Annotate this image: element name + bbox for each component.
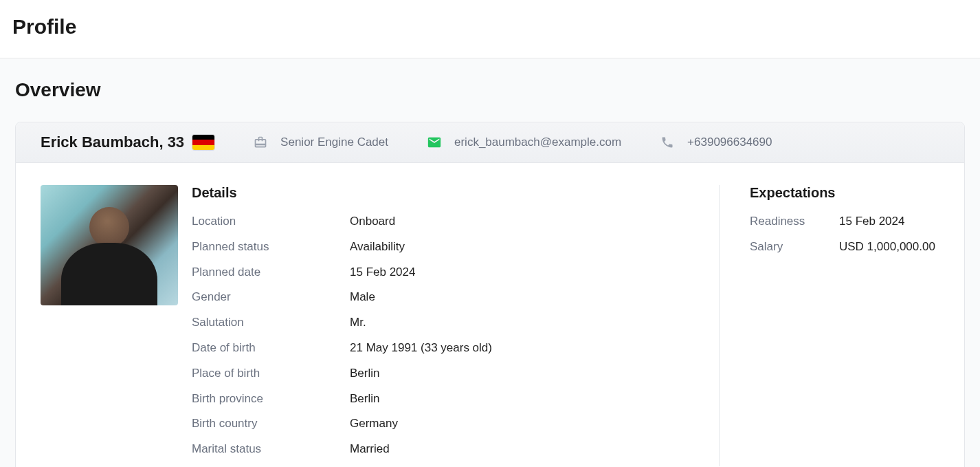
- profile-card: Erick Baumbach, 33 Senior Engine Cadet e…: [15, 122, 965, 467]
- detail-value: Germany: [350, 415, 702, 432]
- detail-value: Berlin: [350, 365, 702, 382]
- detail-label: Birth province: [192, 391, 350, 407]
- detail-row: Marital statusMarried: [192, 441, 702, 457]
- expectation-row: SalaryUSD 1,000,000.00: [750, 239, 939, 255]
- email-text: erick_baumbach@example.com: [454, 135, 621, 149]
- name-block: Erick Baumbach, 33: [41, 133, 214, 151]
- detail-row: Birth countryGermany: [192, 415, 702, 432]
- detail-label: Location: [192, 213, 350, 230]
- detail-label: Planned status: [192, 239, 350, 255]
- profile-card-body: Details LocationOnboardPlanned statusAva…: [16, 163, 964, 467]
- mail-icon: [427, 135, 442, 150]
- detail-row: GenderMale: [192, 289, 702, 305]
- page-header: Profile: [0, 0, 980, 58]
- email-info[interactable]: erick_baumbach@example.com: [427, 135, 621, 150]
- detail-value: 21 May 1991 (33 years old): [350, 340, 702, 356]
- detail-value: 15 Feb 2024: [350, 264, 702, 281]
- detail-row: Planned statusAvailability: [192, 239, 702, 255]
- page-title: Profile: [12, 15, 968, 39]
- detail-value: Berlin: [350, 391, 702, 407]
- person-name: Erick Baumbach, 33: [41, 133, 184, 151]
- details-column: Details LocationOnboardPlanned statusAva…: [192, 185, 720, 466]
- expectation-value: 15 Feb 2024: [839, 213, 939, 230]
- detail-row: SalutationMr.: [192, 314, 702, 331]
- role-info: Senior Engine Cadet: [253, 135, 388, 150]
- detail-label: Date of birth: [192, 340, 350, 356]
- detail-value: Male: [350, 289, 702, 305]
- expectation-row: Readiness15 Feb 2024: [750, 213, 939, 230]
- briefcase-icon: [253, 135, 268, 150]
- main-section: Overview Erick Baumbach, 33 Senior Engin…: [0, 58, 980, 467]
- phone-info[interactable]: +639096634690: [660, 135, 772, 150]
- detail-row: LocationOnboard: [192, 213, 702, 230]
- phone-icon: [660, 135, 675, 150]
- expectations-heading: Expectations: [750, 185, 939, 201]
- details-fields: LocationOnboardPlanned statusAvailabilit…: [192, 213, 702, 457]
- avatar-column: [41, 185, 178, 466]
- role-text: Senior Engine Cadet: [280, 135, 388, 149]
- detail-label: Place of birth: [192, 365, 350, 382]
- detail-row: Date of birth21 May 1991 (33 years old): [192, 340, 702, 356]
- germany-flag-icon: [192, 135, 214, 150]
- detail-row: Planned date15 Feb 2024: [192, 264, 702, 281]
- expectations-fields: Readiness15 Feb 2024SalaryUSD 1,000,000.…: [750, 213, 939, 255]
- detail-label: Planned date: [192, 264, 350, 281]
- expectation-value: USD 1,000,000.00: [839, 239, 939, 255]
- detail-value: Availability: [350, 239, 702, 255]
- detail-label: Birth country: [192, 415, 350, 432]
- expectations-column: Expectations Readiness15 Feb 2024SalaryU…: [733, 185, 939, 466]
- detail-row: Birth provinceBerlin: [192, 391, 702, 407]
- section-heading: Overview: [15, 79, 965, 101]
- detail-value: Onboard: [350, 213, 702, 230]
- detail-value: Married: [350, 441, 702, 457]
- detail-row: Place of birthBerlin: [192, 365, 702, 382]
- phone-text: +639096634690: [687, 135, 772, 149]
- details-heading: Details: [192, 185, 702, 201]
- detail-value: Mr.: [350, 314, 702, 331]
- detail-label: Marital status: [192, 441, 350, 457]
- detail-label: Salutation: [192, 314, 350, 331]
- detail-label: Gender: [192, 289, 350, 305]
- expectation-label: Salary: [750, 239, 839, 255]
- expectation-label: Readiness: [750, 213, 839, 230]
- profile-card-header: Erick Baumbach, 33 Senior Engine Cadet e…: [16, 122, 964, 163]
- avatar[interactable]: [41, 185, 178, 305]
